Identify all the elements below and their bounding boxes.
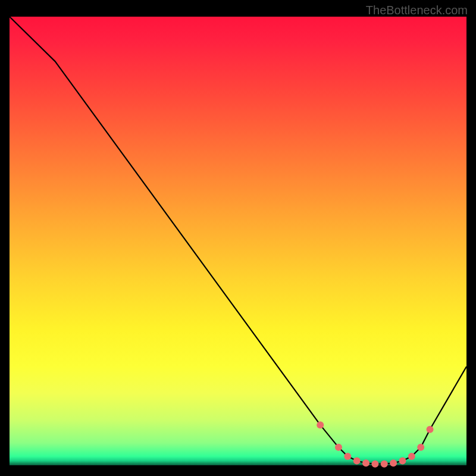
bottleneck-curve — [10, 17, 466, 464]
curve-marker — [427, 426, 434, 433]
attribution-label: TheBottleneck.com — [366, 4, 468, 17]
curve-marker — [317, 421, 324, 428]
curve-markers — [317, 421, 433, 468]
curve-marker — [371, 461, 378, 468]
curve-marker — [408, 453, 415, 460]
curve-marker — [381, 461, 388, 468]
curve-marker — [353, 457, 361, 464]
curve-marker — [344, 453, 351, 460]
chart-plot-area — [10, 17, 466, 465]
curve-marker — [399, 457, 406, 464]
curve-svg — [10, 17, 466, 465]
curve-marker — [335, 444, 342, 451]
curve-marker — [362, 459, 369, 466]
curve-marker — [390, 459, 397, 466]
curve-marker — [417, 444, 424, 451]
